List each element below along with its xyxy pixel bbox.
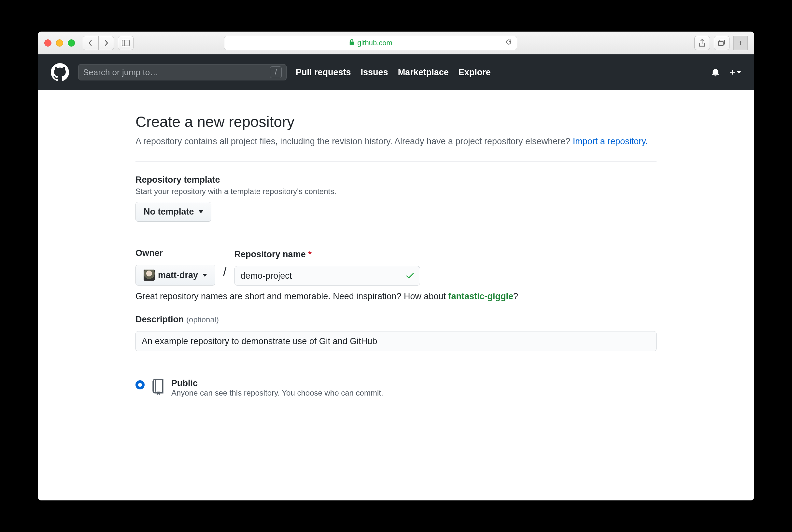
address-domain: github.com (357, 39, 392, 47)
minimize-window-button[interactable] (56, 39, 63, 46)
divider (135, 365, 657, 365)
divider (135, 235, 657, 235)
plus-icon: + (730, 67, 735, 78)
divider (135, 162, 657, 162)
template-label: Repository template (135, 175, 657, 185)
notifications-icon[interactable] (711, 68, 720, 77)
close-window-button[interactable] (44, 39, 52, 46)
owner-label: Owner (135, 248, 215, 258)
description-input[interactable] (135, 331, 657, 351)
visibility-subtitle: Anyone can see this repository. You choo… (171, 388, 383, 398)
nav-explore[interactable]: Explore (458, 68, 491, 77)
github-header: Search or jump to… / Pull requests Issue… (38, 54, 754, 90)
safari-toolbar: github.com + (38, 32, 754, 54)
repo-icon (150, 378, 166, 395)
required-asterisk: * (308, 249, 312, 259)
reponame-label: Repository name * (234, 249, 420, 260)
visibility-title: Public (171, 378, 383, 388)
owner-select[interactable]: matt-dray (135, 265, 215, 286)
name-suggestion-link[interactable]: fantastic-giggle (449, 291, 513, 301)
page-title: Create a new repository (135, 113, 657, 131)
nav-issues[interactable]: Issues (361, 68, 388, 77)
chevron-down-icon (199, 210, 203, 213)
github-logo-icon[interactable] (51, 63, 69, 81)
svg-rect-0 (122, 40, 129, 46)
lock-icon (349, 39, 355, 47)
owner-repo-separator: / (223, 265, 227, 286)
new-tab-button[interactable]: + (733, 36, 748, 50)
page-content: Create a new repository A repository con… (38, 90, 754, 500)
search-input[interactable]: Search or jump to… / (78, 64, 287, 80)
reload-icon[interactable] (505, 38, 512, 48)
template-hint: Start your repository with a template re… (135, 187, 657, 196)
owner-value: matt-dray (158, 270, 198, 280)
tabs-button[interactable] (714, 36, 730, 50)
radio-selected-icon (135, 380, 145, 390)
template-value: No template (144, 207, 194, 217)
svg-rect-3 (718, 41, 723, 45)
forward-button[interactable] (98, 36, 114, 50)
repository-name-input[interactable] (234, 266, 420, 286)
browser-window: github.com + Search or jump to… / Pull r… (38, 32, 754, 500)
avatar (144, 270, 155, 281)
slash-key-hint: / (270, 66, 282, 78)
chevron-down-icon (203, 274, 207, 277)
import-repository-link[interactable]: Import a repository. (573, 136, 648, 146)
page-subtitle: A repository contains all project files,… (135, 134, 657, 149)
address-bar[interactable]: github.com (224, 36, 517, 50)
check-icon (405, 270, 415, 282)
window-controls (44, 39, 75, 46)
create-new-menu[interactable]: + (730, 67, 741, 78)
primary-nav: Pull requests Issues Marketplace Explore (296, 68, 491, 77)
sidebar-toggle-button[interactable] (118, 36, 133, 50)
share-button[interactable] (694, 36, 710, 50)
fullscreen-window-button[interactable] (68, 39, 75, 46)
back-button[interactable] (83, 36, 98, 50)
visibility-public-option[interactable]: Public Anyone can see this repository. Y… (135, 378, 657, 398)
name-tip: Great repository names are short and mem… (135, 291, 657, 302)
nav-marketplace[interactable]: Marketplace (398, 68, 449, 77)
nav-pull-requests[interactable]: Pull requests (296, 68, 351, 77)
chevron-down-icon (737, 71, 741, 74)
template-select[interactable]: No template (135, 202, 211, 222)
description-label: Description (optional) (135, 315, 657, 325)
search-placeholder: Search or jump to… (83, 68, 158, 77)
